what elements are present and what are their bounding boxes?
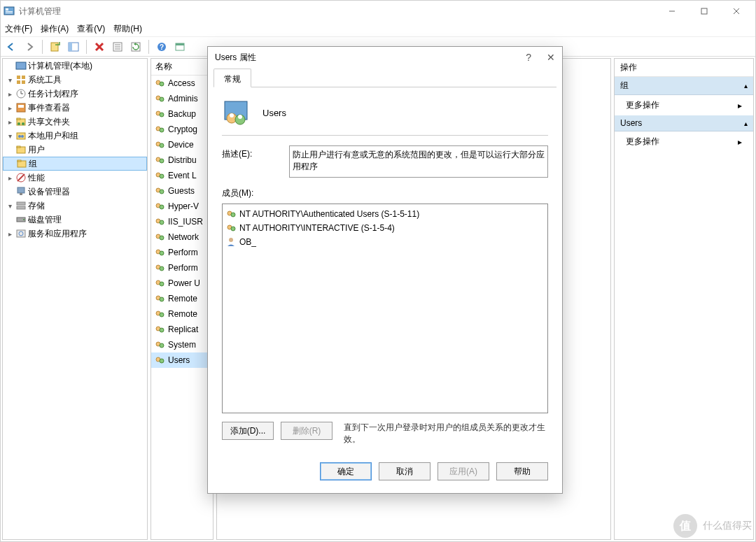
tree-device-manager[interactable]: 设备管理器 [3, 185, 147, 199]
list-item[interactable]: Replicat [151, 322, 213, 337]
help-button[interactable]: 帮助 [496, 462, 548, 480]
dialog-help-icon[interactable]: ? [526, 52, 531, 63]
list-item[interactable]: Event L [151, 168, 213, 183]
list-item[interactable]: Remote [151, 291, 213, 306]
actions-section-groups[interactable]: 组 ▴ [615, 77, 753, 95]
close-button[interactable] [720, 1, 752, 22]
svg-rect-42 [18, 160, 21, 162]
svg-rect-5 [701, 8, 707, 14]
svg-point-88 [160, 343, 164, 348]
collapse-icon: ▴ [744, 82, 748, 90]
list-item[interactable]: Hyper-V [151, 199, 213, 214]
maximize-button[interactable] [688, 1, 720, 22]
show-hide-tree-icon[interactable] [66, 39, 81, 55]
tree-task-scheduler[interactable]: ▸任务计划程序 [3, 87, 147, 101]
add-button[interactable]: 添加(D)... [222, 422, 274, 440]
actions-section-users[interactable]: Users ▴ [615, 115, 753, 131]
chevron-right-icon: ▸ [738, 101, 742, 110]
minimize-button[interactable] [656, 1, 688, 22]
list-item[interactable]: Cryptog [151, 122, 213, 137]
tree-services-apps[interactable]: ▸服务和应用程序 [3, 227, 147, 241]
delete-icon[interactable] [92, 39, 107, 55]
list-item[interactable]: Remote [151, 306, 213, 322]
tree-users-node[interactable]: 用户 [3, 143, 147, 157]
members-listbox[interactable]: NT AUTHORITY\Authenticated Users (S-1-5-… [222, 204, 548, 413]
list-item[interactable]: Device [151, 137, 213, 152]
separator [42, 40, 43, 54]
group-icon [154, 324, 165, 335]
list-item[interactable]: Network [151, 229, 213, 245]
tree-sys-tools[interactable]: ▾系统工具 [3, 73, 147, 87]
window-controls [656, 1, 752, 22]
member-item[interactable]: NT AUTHORITY\INTERACTIVE (S-1-5-4) [225, 221, 545, 235]
separator [148, 40, 149, 54]
member-item[interactable]: NT AUTHORITY\Authenticated Users (S-1-5-… [225, 207, 545, 221]
list-item-label: Backup [168, 109, 196, 119]
forward-button[interactable] [22, 39, 37, 55]
members-label: 成员(M): [222, 187, 548, 199]
menu-file[interactable]: 文件(F) [5, 23, 32, 35]
list-item[interactable]: Perform [151, 245, 213, 260]
user-icon [225, 236, 237, 248]
tree-local-users[interactable]: ▾本地用户和组 [3, 129, 147, 143]
svg-point-82 [160, 297, 164, 301]
tree-panel[interactable]: 计算机管理(本地) ▾系统工具 ▸任务计划程序 ▸事件查看器 ▸共享文件夹 ▾本… [2, 58, 148, 540]
refresh-icon[interactable] [128, 39, 144, 55]
list-item[interactable]: Perform [151, 260, 213, 276]
list-item[interactable]: Power U [151, 276, 213, 291]
apply-button[interactable]: 应用(A) [438, 462, 489, 480]
member-item[interactable]: OB_ [225, 235, 545, 249]
tree-groups-node[interactable]: 组 [3, 157, 147, 171]
list-header-name[interactable]: 名称 [151, 59, 213, 76]
menu-action[interactable]: 操作(A) [41, 23, 69, 35]
tree-shared-folders[interactable]: ▸共享文件夹 [3, 115, 147, 129]
list-item-label: System [168, 340, 196, 350]
tree-event-viewer[interactable]: ▸事件查看器 [3, 101, 147, 115]
tree-label: 系统工具 [28, 74, 62, 86]
dialog-title: Users 属性 [215, 52, 256, 64]
list-item[interactable]: Distribu [151, 152, 213, 168]
description-input[interactable] [289, 145, 548, 178]
actions-more-groups[interactable]: 更多操作 ▸ [615, 95, 753, 115]
tree-root[interactable]: 计算机管理(本地) [3, 59, 147, 73]
properties-icon[interactable] [110, 39, 125, 55]
actions-more-label: 更多操作 [626, 136, 659, 148]
svg-point-37 [18, 135, 21, 138]
ok-button[interactable]: 确定 [320, 462, 372, 480]
group-icon [154, 170, 165, 181]
help-icon[interactable]: ? [154, 39, 169, 55]
svg-rect-46 [20, 193, 22, 195]
list-panel[interactable]: 名称 Access AdminisBackup CryptogDevice Di… [150, 58, 214, 540]
tab-general[interactable]: 常规 [214, 69, 251, 87]
list-item[interactable]: IIS_IUSR [151, 214, 213, 229]
svg-point-86 [160, 328, 164, 332]
back-button[interactable] [4, 39, 19, 55]
list-item[interactable]: System [151, 337, 213, 352]
tree-performance[interactable]: ▸性能 [3, 171, 147, 185]
view-mode-icon[interactable] [172, 39, 188, 55]
actions-more-users[interactable]: 更多操作 ▸ [615, 131, 753, 152]
svg-point-74 [160, 236, 164, 240]
remove-button[interactable]: 删除(R) [281, 422, 332, 440]
list-item-label: Perform [168, 248, 198, 257]
svg-rect-3 [6, 13, 13, 13]
tree-label: 存储 [28, 200, 45, 212]
group-icon [154, 185, 165, 197]
cancel-button[interactable]: 取消 [379, 462, 430, 480]
list-item-label: Remote [168, 294, 197, 304]
tree-storage[interactable]: ▾存储 [3, 199, 147, 213]
list-item[interactable]: Adminis [151, 91, 213, 106]
list-item[interactable]: Guests [151, 183, 213, 199]
dialog-close-icon[interactable]: ✕ [547, 52, 555, 63]
list-item[interactable]: Access [151, 76, 213, 91]
list-item[interactable]: Users [151, 352, 213, 368]
tree-disk-mgmt[interactable]: 磁盘管理 [3, 213, 147, 227]
svg-rect-31 [18, 105, 24, 108]
export-list-icon[interactable] [48, 39, 63, 55]
list-item[interactable]: Backup [151, 106, 213, 122]
menu-view[interactable]: 查看(V) [77, 23, 105, 35]
menu-help[interactable]: 帮助(H) [113, 23, 142, 35]
tree-label: 性能 [28, 172, 45, 184]
svg-rect-22 [16, 62, 26, 69]
group-icon [222, 99, 250, 127]
